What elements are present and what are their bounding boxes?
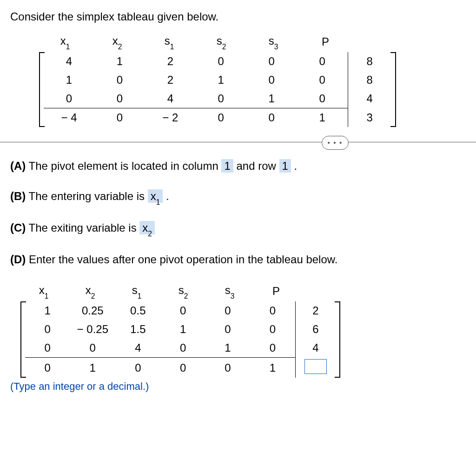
col-s3: s3: [247, 32, 299, 52]
cell: 0: [246, 108, 297, 127]
cell: 0: [160, 301, 205, 320]
answer-input[interactable]: [304, 359, 327, 374]
cell: 0: [250, 339, 295, 358]
part-a-text1: The pivot element is located in column: [29, 160, 222, 172]
part-c-answer[interactable]: x2: [139, 221, 155, 234]
cell: 0: [115, 357, 160, 378]
cell: 1: [160, 320, 205, 339]
part-a-text2: and row: [236, 160, 279, 172]
bracket-right: [335, 301, 340, 378]
cell: 0: [297, 71, 348, 89]
part-b: (B) The entering variable is x1 .: [10, 187, 466, 206]
cell: 0: [70, 339, 115, 358]
cell: 0: [246, 52, 297, 71]
input-hint: (Type an integer or a decimal.): [10, 381, 466, 393]
cell: 0: [205, 357, 250, 378]
cell: 1: [250, 357, 295, 378]
part-a-label: (A): [10, 160, 26, 172]
cell: 0.25: [70, 301, 115, 320]
cell: 4: [115, 339, 160, 358]
col-s2: s2: [195, 32, 247, 52]
col-s3: s3: [206, 281, 253, 301]
cell: 0: [205, 301, 250, 320]
col-s2: s2: [160, 281, 206, 301]
cell: 2: [145, 71, 196, 89]
cell: 4: [295, 339, 336, 358]
cell: 8: [348, 52, 391, 71]
cell: 2: [295, 301, 336, 320]
part-d-text: Enter the values after one pivot operati…: [29, 253, 337, 266]
cell: 1: [70, 357, 115, 378]
cell: 1: [196, 71, 246, 89]
cell: − 4: [44, 108, 94, 127]
bracket-right: [390, 52, 396, 127]
part-a-row-answer[interactable]: 1: [279, 159, 291, 173]
part-b-text: The entering variable is: [29, 190, 148, 202]
cell: 0: [25, 320, 70, 339]
cell: 0: [196, 52, 246, 71]
cell: 3: [348, 108, 391, 127]
part-c-text: The exiting variable is: [29, 221, 140, 234]
cell: 1: [44, 71, 94, 89]
initial-table: x1 x2 s1 s2 s3 P 4 1 2 0: [39, 32, 396, 127]
col-x1: x1: [39, 32, 91, 52]
part-c: (C) The exiting variable is x2: [10, 219, 466, 238]
part-b-label: (B): [10, 190, 26, 202]
problem-heading: Consider the simplex tableau given below…: [10, 10, 466, 23]
cell: 0: [25, 339, 70, 358]
cell: 4: [145, 89, 196, 108]
cell: 4: [44, 52, 94, 71]
cell: 1: [205, 339, 250, 358]
part-c-label: (C): [10, 221, 26, 234]
result-tableau: x1 x2 s1 s2 s3 P 1 0.25 0.5 0: [20, 281, 466, 378]
cell: 4: [348, 89, 391, 108]
cell: 1: [246, 89, 297, 108]
cell: 6: [295, 320, 336, 339]
cell: 0: [205, 320, 250, 339]
col-s1: s1: [113, 281, 160, 301]
cell: 0: [94, 89, 145, 108]
col-x2: x2: [91, 32, 143, 52]
cell: 2: [145, 52, 196, 71]
cell: 0: [160, 357, 205, 378]
cell: 0.5: [115, 301, 160, 320]
col-s1: s1: [143, 32, 195, 52]
cell: 8: [348, 71, 391, 89]
part-a: (A) The pivot element is located in colu…: [10, 157, 466, 174]
col-P: P: [253, 281, 299, 301]
cell: 1.5: [115, 320, 160, 339]
col-x2: x2: [67, 281, 113, 301]
cell: − 2: [145, 108, 196, 127]
col-x1: x1: [20, 281, 67, 301]
cell: 0: [297, 52, 348, 71]
part-a-col-answer[interactable]: 1: [221, 159, 233, 173]
cell: 1: [297, 108, 348, 127]
part-b-text2: .: [166, 190, 169, 202]
cell: 0: [196, 108, 246, 127]
page: Consider the simplex tableau given below…: [0, 0, 476, 393]
cell: 0: [25, 357, 70, 378]
cell: 1: [94, 52, 145, 71]
part-a-text3: .: [294, 160, 298, 172]
cell: 0: [297, 89, 348, 108]
answer-input-cell: [295, 357, 336, 378]
cell: 0: [44, 89, 94, 108]
part-b-answer[interactable]: x1: [148, 189, 163, 203]
cell: 0: [250, 320, 295, 339]
separator: • • •: [0, 142, 476, 142]
part-d-label: (D): [10, 253, 26, 266]
col-P: P: [299, 32, 351, 52]
cell: 0: [250, 301, 295, 320]
cell: − 0.25: [70, 320, 115, 339]
cell: 0: [246, 71, 297, 89]
cell: 0: [94, 108, 145, 127]
cell: 0: [160, 339, 205, 358]
result-table: x1 x2 s1 s2 s3 P 1 0.25 0.5 0: [20, 281, 340, 378]
expand-button[interactable]: • • •: [322, 136, 349, 150]
cell: 1: [25, 301, 70, 320]
cell: 0: [196, 89, 246, 108]
part-d: (D) Enter the values after one pivot ope…: [10, 251, 466, 268]
cell: 0: [94, 71, 145, 89]
initial-tableau: x1 x2 s1 s2 s3 P 4 1 2 0: [39, 32, 466, 127]
